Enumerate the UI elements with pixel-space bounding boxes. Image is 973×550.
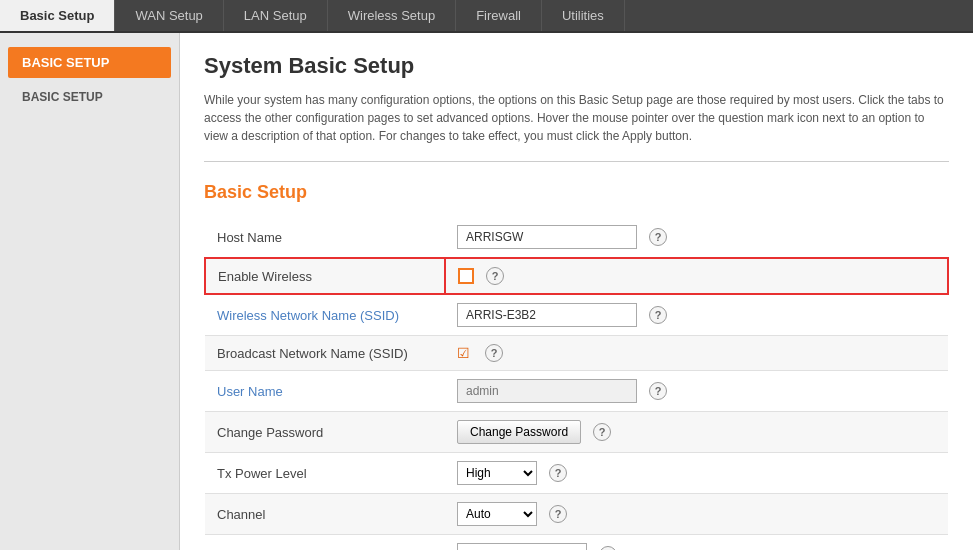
broadcast-ssid-checkbox[interactable]: ☑ xyxy=(457,345,473,361)
field-value-channel: Auto 1234 5678 91011 ? xyxy=(445,494,948,535)
tab-lan-setup[interactable]: LAN Setup xyxy=(224,0,328,31)
help-icon-ssid[interactable]: ? xyxy=(649,306,667,324)
field-value-tx-power: High Medium Low ? xyxy=(445,453,948,494)
sidebar: BASIC SETUP BASIC SETUP xyxy=(0,33,180,550)
channel-select[interactable]: Auto 1234 5678 91011 xyxy=(457,502,537,526)
table-row: Broadcast Network Name (SSID) ☑ ? xyxy=(205,336,948,371)
language-select[interactable]: English Spanish French xyxy=(457,543,587,550)
field-value-language: English Spanish French ? xyxy=(445,535,948,551)
field-label-ssid: Wireless Network Name (SSID) xyxy=(205,294,445,336)
page-title: System Basic Setup xyxy=(204,53,949,79)
table-row: Wireless Network Name (SSID) ? xyxy=(205,294,948,336)
help-icon-tx-power[interactable]: ? xyxy=(549,464,567,482)
main-layout: BASIC SETUP BASIC SETUP System Basic Set… xyxy=(0,33,973,550)
tab-wireless-setup[interactable]: Wireless Setup xyxy=(328,0,456,31)
field-label-change-password: Change Password xyxy=(205,412,445,453)
tab-basic-setup[interactable]: Basic Setup xyxy=(0,0,115,31)
section-title: Basic Setup xyxy=(204,182,949,203)
table-row: Host Name ? xyxy=(205,217,948,258)
field-label-language: Language xyxy=(205,535,445,551)
table-row: Language English Spanish French ? xyxy=(205,535,948,551)
tx-power-select[interactable]: High Medium Low xyxy=(457,461,537,485)
enable-wireless-checkbox[interactable] xyxy=(458,268,474,284)
tab-utilities[interactable]: Utilities xyxy=(542,0,625,31)
field-value-host-name: ? xyxy=(445,217,948,258)
table-row-enable-wireless: Enable Wireless ? xyxy=(205,258,948,294)
table-row: Change Password Change Password ? xyxy=(205,412,948,453)
ssid-input[interactable] xyxy=(457,303,637,327)
tab-wan-setup[interactable]: WAN Setup xyxy=(115,0,223,31)
settings-table: Host Name ? Enable Wireless ? xyxy=(204,217,949,550)
field-label-channel: Channel xyxy=(205,494,445,535)
field-value-ssid: ? xyxy=(445,294,948,336)
sidebar-item-basic-setup-active[interactable]: BASIC SETUP xyxy=(8,47,171,78)
field-label-enable-wireless: Enable Wireless xyxy=(205,258,445,294)
table-row: User Name ? xyxy=(205,371,948,412)
field-value-enable-wireless: ? xyxy=(445,258,948,294)
field-label-broadcast: Broadcast Network Name (SSID) xyxy=(205,336,445,371)
field-value-username: ? xyxy=(445,371,948,412)
table-row: Channel Auto 1234 5678 91011 ? xyxy=(205,494,948,535)
help-icon-enable-wireless[interactable]: ? xyxy=(486,267,504,285)
help-icon-broadcast[interactable]: ? xyxy=(485,344,503,362)
field-label-tx-power: Tx Power Level xyxy=(205,453,445,494)
field-label-username: User Name xyxy=(205,371,445,412)
host-name-input[interactable] xyxy=(457,225,637,249)
field-value-change-password: Change Password ? xyxy=(445,412,948,453)
help-icon-language[interactable]: ? xyxy=(599,546,617,550)
change-password-button[interactable]: Change Password xyxy=(457,420,581,444)
sidebar-item-basic-setup[interactable]: BASIC SETUP xyxy=(8,82,171,112)
help-icon-channel[interactable]: ? xyxy=(549,505,567,523)
tab-firewall[interactable]: Firewall xyxy=(456,0,542,31)
help-icon-change-password[interactable]: ? xyxy=(593,423,611,441)
table-row: Tx Power Level High Medium Low ? xyxy=(205,453,948,494)
help-icon-username[interactable]: ? xyxy=(649,382,667,400)
field-value-broadcast: ☑ ? xyxy=(445,336,948,371)
field-label-host-name: Host Name xyxy=(205,217,445,258)
page-description: While your system has many configuration… xyxy=(204,91,949,162)
main-content: System Basic Setup While your system has… xyxy=(180,33,973,550)
help-icon-host-name[interactable]: ? xyxy=(649,228,667,246)
top-navigation: Basic Setup WAN Setup LAN Setup Wireless… xyxy=(0,0,973,33)
username-input xyxy=(457,379,637,403)
